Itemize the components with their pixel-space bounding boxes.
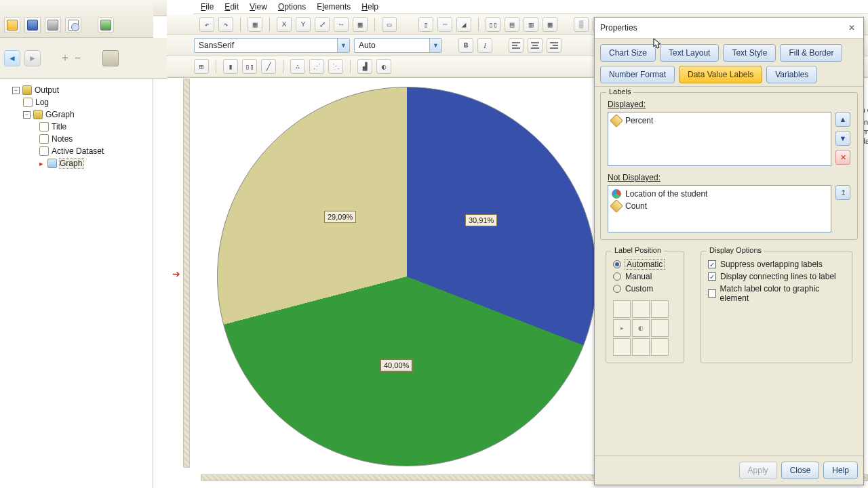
help-button[interactable]: Help	[823, 462, 858, 479]
select-button[interactable]: ▭	[382, 17, 397, 32]
grid-major-button[interactable]: ▒	[574, 17, 589, 32]
list-item[interactable]: Count	[612, 200, 827, 212]
bold-button[interactable]: B	[458, 38, 473, 53]
tree-item-title[interactable]: Title	[12, 121, 150, 133]
pie-chart[interactable]	[217, 87, 597, 466]
layout2-button[interactable]: ▤	[505, 17, 519, 32]
tree-item-dataset[interactable]: Active Dataset	[12, 145, 150, 157]
menu-options[interactable]: Options	[278, 2, 306, 12]
list-label: Count	[625, 201, 647, 211]
font-family-value: SansSerif	[195, 41, 238, 50]
list-label: Percent	[625, 116, 653, 125]
pie-label-diemen[interactable]: 30,91%	[465, 214, 497, 226]
check-connecting-lines[interactable]: Display connecting lines to label	[708, 270, 845, 283]
redo-button[interactable]: ↷	[218, 17, 233, 32]
line-button[interactable]: ⎼	[437, 17, 452, 32]
font-size-value: Auto	[355, 41, 380, 50]
tab-text-layout[interactable]: Text Layout	[660, 44, 719, 62]
radio-custom[interactable]: Custom	[613, 283, 677, 295]
close-dialog-button[interactable]: Close	[781, 462, 820, 479]
radio-automatic[interactable]: Automatic	[613, 258, 677, 270]
font-family-combo[interactable]: SansSerif▼	[194, 38, 350, 53]
menu-help[interactable]: Help	[361, 2, 378, 12]
back-button[interactable]: ◄	[4, 50, 20, 66]
forward-button[interactable]: ►	[24, 50, 41, 66]
preview-button[interactable]	[65, 17, 81, 33]
save-button[interactable]	[24, 17, 41, 33]
menu-elements[interactable]: Elements	[317, 2, 351, 12]
radio-label: Custom	[625, 284, 653, 293]
tree-root[interactable]: −Output	[12, 84, 150, 96]
chart-type-button[interactable]: ⊞	[194, 59, 209, 74]
tab-data-value-labels[interactable]: Data Value Labels	[679, 66, 762, 83]
check-match-color[interactable]: Match label color to graphic element	[708, 283, 845, 304]
tree-item-ggraph[interactable]: −GGraph	[12, 108, 150, 121]
align-right-button[interactable]	[547, 38, 561, 53]
grid-button[interactable]: ▦	[353, 17, 368, 32]
print-button[interactable]	[45, 17, 61, 33]
menu-view[interactable]: View	[250, 2, 267, 12]
histogram-button[interactable]: ▟	[357, 59, 372, 74]
move-up-button[interactable]: ▲	[835, 112, 850, 127]
scatter3-button[interactable]: ⋱	[328, 59, 343, 74]
remove-item-button[interactable]: ✕	[835, 150, 850, 165]
open-button[interactable]	[4, 17, 20, 33]
pie-label-haarlem[interactable]: 40,00%	[380, 359, 412, 371]
tree-item-graph[interactable]: ▸Graph	[12, 157, 150, 169]
properties-titlebar: Properties ✕	[595, 18, 863, 39]
anchor-marker-icon: ➔	[172, 268, 180, 279]
tab-fill-border[interactable]: Fill & Border	[780, 44, 842, 62]
y-axis-button[interactable]: Y	[296, 17, 311, 32]
italic-button[interactable]: I	[477, 38, 492, 53]
align-center-button[interactable]	[528, 38, 542, 53]
transpose-button[interactable]: ↔	[334, 17, 349, 32]
bar1-button[interactable]: ▮	[223, 59, 238, 74]
layout3-button[interactable]: ▥	[524, 17, 538, 32]
move-down-button[interactable]: ▼	[835, 131, 850, 146]
position-grid[interactable]: ▸◐	[613, 300, 677, 356]
displayed-listbox[interactable]: Percent	[608, 112, 831, 166]
list-item[interactable]: Location of the student	[612, 188, 827, 200]
not-displayed-listbox[interactable]: Location of the student Count	[608, 185, 831, 232]
pie-label-rotterdam[interactable]: 29,09%	[324, 211, 356, 223]
tree-item-notes[interactable]: Notes	[12, 133, 150, 145]
export-button[interactable]	[98, 17, 114, 33]
layout4-button[interactable]: ▦	[542, 17, 557, 32]
align-left-button[interactable]	[509, 38, 524, 53]
menu-edit[interactable]: Edit	[224, 2, 239, 12]
tree-item-log[interactable]: Log	[12, 96, 150, 108]
font-size-combo[interactable]: Auto▼	[354, 38, 442, 53]
fit-button[interactable]: ⤢	[315, 17, 330, 32]
x-axis-button[interactable]: X	[277, 17, 292, 32]
add-item-button[interactable]: ↥	[835, 185, 850, 200]
apply-button[interactable]: Apply	[739, 462, 777, 479]
check-suppress[interactable]: Suppress overlapping labels	[708, 258, 845, 270]
properties-button[interactable]: ▦	[248, 17, 262, 32]
tab-chart-size[interactable]: Chart Size	[600, 44, 656, 62]
view-cube[interactable]	[102, 50, 119, 66]
list-item[interactable]: Percent	[612, 115, 827, 127]
check-label: Display connecting lines to label	[720, 272, 836, 281]
close-button[interactable]: ✕	[846, 22, 858, 34]
line1-button[interactable]: ╱	[261, 59, 276, 74]
add-button[interactable]: ＋	[60, 51, 71, 65]
bar2-button[interactable]: ▯▯	[242, 59, 257, 74]
remove-button[interactable]: −	[75, 52, 81, 64]
layout1-button[interactable]: ▯▯	[486, 17, 500, 32]
tab-variables[interactable]: Variables	[766, 66, 817, 83]
radio-manual[interactable]: Manual	[613, 270, 677, 283]
bar-button[interactable]: ▯	[418, 17, 433, 32]
scatter1-button[interactable]: ∴	[290, 59, 305, 74]
menu-file[interactable]: File	[201, 2, 214, 12]
display-options-group: Display Options Suppress overlapping lab…	[701, 251, 852, 363]
tab-text-style[interactable]: Text Style	[723, 44, 776, 62]
properties-panel: Properties ✕ Chart Size Text Layout Text…	[594, 17, 864, 485]
undo-button[interactable]: ↶	[199, 17, 214, 32]
tree-label: Active Dataset	[52, 146, 104, 156]
area-button[interactable]: ◢	[456, 17, 471, 32]
vertical-ruler	[183, 79, 190, 468]
tab-number-format[interactable]: Number Format	[600, 66, 675, 83]
pie-button[interactable]: ◐	[376, 59, 391, 74]
editor-menubar: File Edit View Options Elements Help	[194, 0, 868, 14]
scatter2-button[interactable]: ⋰	[309, 59, 324, 74]
